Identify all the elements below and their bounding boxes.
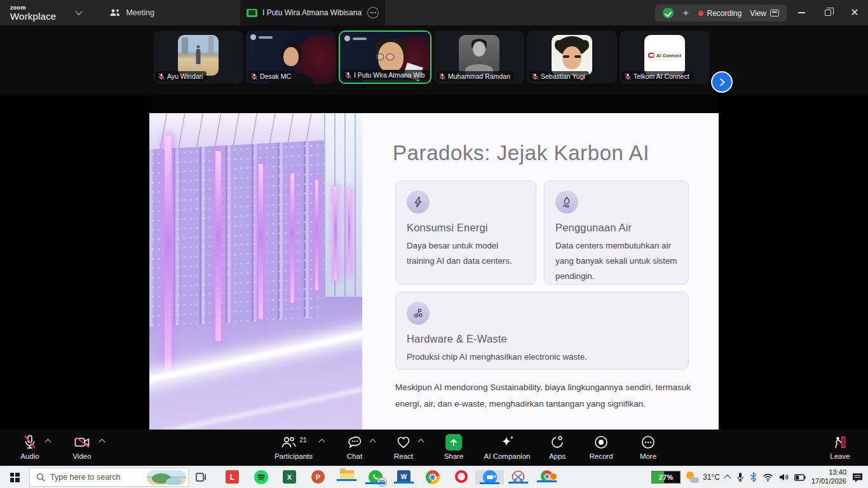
- taskbar-app-opera[interactable]: [447, 470, 475, 483]
- ai-sparkle-icon[interactable]: ✦: [682, 8, 690, 18]
- chevron-down-icon[interactable]: [76, 8, 83, 15]
- view-label: View: [750, 9, 766, 18]
- zoom-workplace-logo: zoom Workplace: [0, 4, 56, 22]
- taskbar-app-file-explorer[interactable]: [332, 470, 361, 481]
- next-participants-button[interactable]: [711, 71, 733, 93]
- close-icon: ✕: [850, 8, 858, 18]
- battery-percentage-widget[interactable]: 27%: [651, 471, 681, 484]
- tray-wifi-icon[interactable]: [763, 473, 773, 482]
- share-button[interactable]: Share: [430, 434, 478, 460]
- participants-icon: [280, 435, 297, 450]
- people-icon: [109, 8, 121, 17]
- tab-options-ellipsis-icon[interactable]: [367, 7, 379, 18]
- meeting-status-pill: ✦ Recording View: [655, 4, 787, 22]
- participant-name-tag: I Putu Wira Atmana Wibis...: [342, 70, 429, 80]
- participant-tile-sebastian-yugi[interactable]: Sebastian Yugi: [527, 30, 617, 84]
- mic-muted-icon: [625, 73, 631, 80]
- zoom-meeting-window: zoom Workplace Meeting I Putu Wira Atman…: [0, 0, 868, 488]
- more-ellipsis-icon: [641, 435, 656, 450]
- tab-share-title: I Putu Wira Atmana Wibisana's sc: [262, 8, 362, 17]
- tab-screen-share[interactable]: I Putu Wira Atmana Wibisana's sc: [240, 0, 385, 25]
- powerpoint-icon: P: [311, 470, 325, 484]
- shared-screen-stage: Paradoks: Jejak Karbon AI Konsumsi Energ…: [0, 95, 868, 430]
- react-button[interactable]: React: [379, 434, 428, 460]
- audio-label: Audio: [20, 452, 39, 460]
- participant-name-tag: Telkom AI Connect: [622, 71, 693, 81]
- task-view-button[interactable]: [189, 466, 213, 488]
- participants-button[interactable]: 21 Participants: [269, 434, 318, 460]
- participants-options-chevron[interactable]: [319, 439, 325, 445]
- slide-title: Paradoks: Jejak Karbon AI: [393, 141, 649, 165]
- recording-indicator[interactable]: Recording: [698, 9, 742, 18]
- brand-workplace: Workplace: [10, 11, 56, 22]
- video-button[interactable]: Video: [58, 434, 106, 460]
- audio-button[interactable]: Audio: [6, 434, 54, 460]
- leave-door-icon: [832, 435, 848, 450]
- taskbar-app-l[interactable]: L: [218, 470, 247, 484]
- search-highlight-image[interactable]: [147, 470, 186, 485]
- ai-connect-logo-icon: [648, 53, 654, 58]
- participant-tile-ayu-windari[interactable]: Ayu Windari: [153, 30, 243, 84]
- leave-label: Leave: [830, 452, 850, 460]
- restore-button[interactable]: [815, 0, 841, 25]
- taskbar-app-zoom[interactable]: [475, 470, 504, 484]
- taskbar-app-word[interactable]: W: [390, 470, 418, 484]
- taskbar-app-whatsapp[interactable]: 39: [361, 470, 390, 484]
- l-app-icon: L: [226, 470, 239, 484]
- security-shield-icon[interactable]: [663, 8, 674, 18]
- weather-widget[interactable]: 31°C: [686, 471, 720, 483]
- participant-tile-i-putu-active-speaker[interactable]: I Putu Wira Atmana Wibis...: [339, 30, 431, 84]
- minimize-button[interactable]: [788, 0, 815, 25]
- participant-name: Telkom AI Connect: [634, 72, 689, 80]
- tray-volume-icon[interactable]: [779, 473, 789, 482]
- chevron-right-icon: [717, 78, 725, 86]
- network-nodes-icon: [407, 302, 430, 325]
- taskbar-search[interactable]: [29, 468, 189, 487]
- clock-widget[interactable]: 13:40 17/01/2026: [811, 468, 846, 486]
- participants-count-badge: 21: [299, 436, 307, 444]
- participant-tile-telkom-ai-connect[interactable]: AI Connect Telkom AI Connect: [620, 30, 710, 84]
- window-controls: ✕: [788, 0, 868, 25]
- tray-microphone-icon[interactable]: [736, 472, 744, 482]
- apps-label: Apps: [549, 452, 566, 460]
- spotify-icon: [254, 470, 268, 484]
- taskbar-app-chrome-profile[interactable]: [532, 470, 561, 482]
- close-button[interactable]: ✕: [841, 0, 868, 25]
- search-input[interactable]: [50, 473, 139, 482]
- taskbar-app-excel[interactable]: X: [275, 470, 304, 484]
- temperature-label: 31°C: [703, 473, 720, 482]
- tray-battery-icon[interactable]: [794, 474, 806, 481]
- view-button[interactable]: View: [750, 9, 779, 18]
- participant-name: Muhammad Ramdan: [448, 72, 510, 80]
- taskbar-app-chrome[interactable]: [418, 470, 447, 484]
- chrome-icon: [426, 470, 440, 484]
- chat-button[interactable]: Chat: [330, 434, 379, 460]
- participant-tile-desak-mc[interactable]: Desak MC: [246, 30, 336, 84]
- tab-meeting[interactable]: Meeting: [109, 8, 154, 17]
- taskbar-app-annotation-tool[interactable]: [504, 470, 532, 484]
- start-button[interactable]: [0, 466, 29, 488]
- tray-bluetooth-icon[interactable]: [750, 472, 757, 482]
- action-center-icon[interactable]: [852, 473, 863, 482]
- chat-bubble-icon: [347, 435, 363, 450]
- slide-footer-text: Meskipun AI mendorong Sustainability, bi…: [395, 379, 699, 412]
- mic-muted-icon: [345, 72, 351, 79]
- taskbar-app-powerpoint[interactable]: P: [304, 470, 332, 484]
- camera-muted-icon: [74, 435, 91, 450]
- ai-connect-logo-text: AI Connect: [656, 53, 682, 58]
- taskbar-app-spotify[interactable]: [247, 470, 275, 484]
- ai-companion-button[interactable]: AI Companion: [483, 434, 531, 460]
- task-view-icon: [196, 473, 207, 482]
- mic-muted-icon: [158, 73, 165, 80]
- more-button[interactable]: More: [624, 434, 672, 460]
- card-penggunaan-air: Penggunaan Air Data centers membutuhkan …: [544, 180, 689, 285]
- participant-tile-muhammad-ramdan[interactable]: Muhammad Ramdan: [434, 30, 524, 84]
- ai-companion-label: AI Companion: [484, 452, 531, 460]
- tray-expand-chevron[interactable]: [724, 475, 731, 482]
- excel-icon: X: [283, 470, 296, 484]
- apps-button[interactable]: Apps: [533, 434, 581, 460]
- record-button[interactable]: Record: [577, 434, 625, 460]
- leave-button[interactable]: Leave: [816, 434, 864, 460]
- presentation-slide: Paradoks: Jejak Karbon AI Konsumsi Energ…: [149, 95, 719, 430]
- react-label: React: [394, 452, 413, 460]
